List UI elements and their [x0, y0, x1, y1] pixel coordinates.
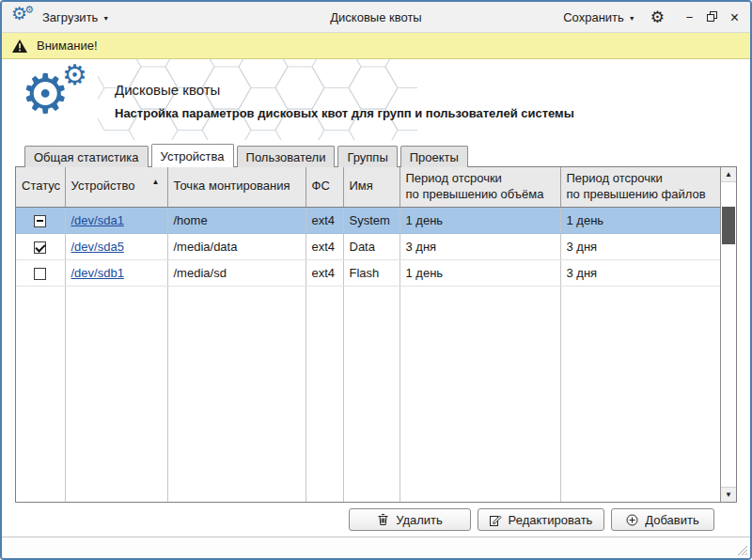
warning-banner: Внимание! — [2, 33, 750, 59]
scroll-down-button[interactable]: ▼ — [721, 487, 736, 502]
column-header[interactable]: Имя — [343, 167, 400, 207]
status-checkbox-indeterminate[interactable] — [34, 215, 46, 227]
edit-button[interactable]: Редактировать — [478, 508, 604, 531]
table-cell: ext4 — [306, 207, 343, 233]
page-subtitle: Настройка параметров дисковых квот для г… — [115, 106, 574, 120]
device-link[interactable]: /dev/sda1 — [71, 213, 124, 227]
scroll-up-button[interactable]: ▲ — [721, 167, 736, 182]
window-controls: − × — [683, 11, 741, 23]
table-cell: /media/data — [167, 233, 306, 259]
app-window: ⚙ ⚙ Загрузить ▼ Дисковые квоты Сохранить… — [0, 0, 752, 560]
table-cell: 1 день — [560, 207, 720, 233]
settings-gear-button[interactable]: ⚙ — [650, 9, 665, 25]
table-cell: System — [343, 207, 400, 233]
table-cell: /media/sd — [167, 259, 306, 286]
edit-button-label: Редактировать — [509, 513, 593, 527]
device-link[interactable]: /dev/sdb1 — [71, 266, 124, 280]
add-button[interactable]: Добавить — [611, 508, 714, 531]
page-title: Дисковые квоты — [115, 82, 574, 98]
action-bar: Удалить Редактировать Добавить — [2, 503, 750, 537]
table-cell: Data — [343, 233, 400, 259]
table-cell: 3 дня — [400, 233, 560, 259]
status-checkbox-checked[interactable] — [34, 241, 46, 254]
empty-cell — [65, 286, 167, 502]
table-cell: 3 дня — [560, 259, 720, 286]
delete-button-label: Удалить — [396, 513, 443, 527]
column-header[interactable]: Период отсрочки по превышению объёма — [400, 167, 560, 207]
edit-pencil-icon — [490, 514, 502, 526]
restore-icon — [707, 11, 717, 22]
plus-icon — [626, 514, 638, 526]
load-menu-label: Загрузить — [42, 10, 98, 24]
column-header[interactable]: Период отсрочки по превышению файлов — [560, 167, 720, 207]
warning-icon — [11, 39, 28, 54]
status-bar — [2, 537, 750, 558]
page-header: ⚙ ⚙ Дисковые квоты Настройка параметров … — [2, 59, 750, 142]
chevron-down-icon: ▼ — [629, 15, 635, 22]
tab-проекты[interactable]: Проекты — [400, 146, 468, 167]
table-cell: 1 день — [400, 207, 560, 233]
empty-cell — [16, 286, 65, 502]
scrollbar-track[interactable] — [721, 182, 736, 487]
table-cell: ext4 — [306, 233, 343, 259]
table-cell: Flash — [343, 259, 400, 286]
load-menu-button[interactable]: Загрузить ▼ — [42, 10, 109, 24]
devices-table: СтатусУстройство▲Точка монтированияФСИмя… — [15, 166, 737, 503]
tab-общая-статистика[interactable]: Общая статистика — [24, 146, 149, 167]
column-header[interactable]: Статус — [16, 167, 65, 207]
table-cell: 1 день — [400, 259, 560, 286]
table-header-row: СтатусУстройство▲Точка монтированияФСИмя… — [16, 167, 720, 207]
empty-cell — [306, 286, 343, 502]
empty-cell — [400, 286, 560, 502]
empty-cell — [343, 286, 400, 502]
close-button[interactable]: × — [728, 11, 741, 23]
gear-icon: ⚙ — [62, 61, 87, 89]
table-row[interactable]: /dev/sda5/media/dataext4Data3 дня3 дня — [16, 233, 720, 259]
minimize-button[interactable]: − — [683, 11, 696, 23]
tab-пользователи[interactable]: Пользователи — [237, 146, 336, 167]
column-header[interactable]: Устройство▲ — [65, 167, 167, 207]
titlebar: ⚙ ⚙ Загрузить ▼ Дисковые квоты Сохранить… — [2, 2, 750, 33]
resize-grip[interactable] — [736, 544, 748, 556]
chevron-down-icon: ▼ — [102, 15, 109, 22]
maximize-button[interactable] — [706, 11, 718, 23]
vertical-scrollbar[interactable]: ▲ ▼ — [720, 167, 736, 502]
table-cell: 3 дня — [560, 233, 720, 259]
table-row[interactable]: /dev/sdb1/media/sdext4Flash1 день3 дня — [16, 259, 720, 286]
tab-группы[interactable]: Группы — [337, 146, 397, 167]
save-menu-button[interactable]: Сохранить ▼ — [563, 10, 635, 24]
tab-bar: Общая статистикаУстройстваПользователиГр… — [2, 142, 750, 166]
table-cell: /home — [167, 207, 306, 233]
device-link[interactable]: /dev/sda5 — [71, 240, 124, 254]
empty-cell — [560, 286, 720, 502]
delete-button[interactable]: Удалить — [349, 508, 471, 531]
column-header[interactable]: ФС — [306, 167, 343, 207]
add-button-label: Добавить — [645, 513, 698, 527]
scrollbar-thumb[interactable] — [722, 207, 735, 244]
gears-illustration: ⚙ ⚙ — [21, 65, 103, 136]
status-checkbox-unchecked[interactable] — [34, 268, 46, 280]
save-menu-label: Сохранить — [563, 10, 624, 24]
trash-icon — [377, 513, 389, 526]
table-row[interactable]: /dev/sda1/homeext4System1 день1 день — [16, 207, 720, 233]
tab-устройства[interactable]: Устройства — [151, 144, 234, 167]
empty-cell — [167, 286, 306, 502]
warning-label: Внимание! — [37, 39, 98, 53]
gear-icon: ⚙ — [24, 5, 34, 15]
sort-ascending-icon: ▲ — [152, 178, 160, 187]
app-gears-icon: ⚙ ⚙ — [11, 7, 34, 27]
table-cell: ext4 — [306, 259, 343, 286]
column-header[interactable]: Точка монтирования — [167, 167, 306, 207]
